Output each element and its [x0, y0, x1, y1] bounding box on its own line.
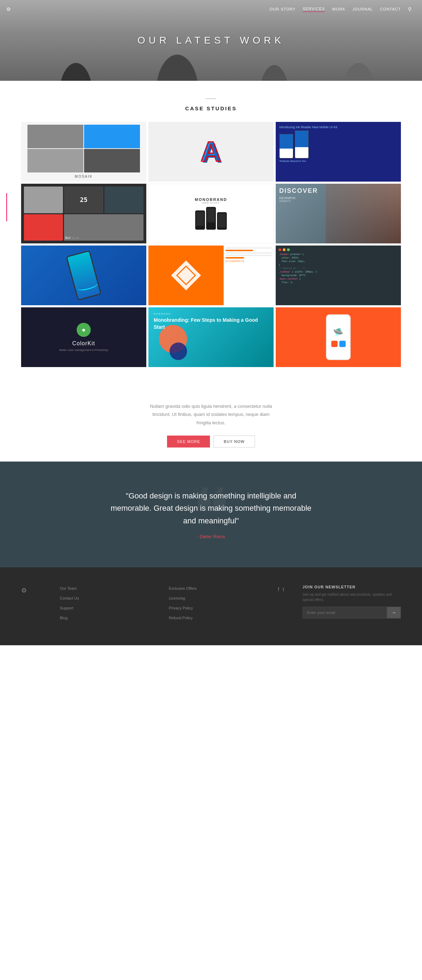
portfolio-item-phone-blue[interactable]: [21, 245, 146, 305]
portfolio-item-colorkit[interactable]: ● ColorKit Better color management in Ph…: [21, 307, 146, 367]
portfolio-item-mosaik[interactable]: MOSAIK: [21, 122, 146, 181]
footer-link-item: Exclusive Offers: [169, 585, 267, 591]
app-phone-mock: 🛸: [326, 314, 351, 360]
ink-subtitle: Tentacles Abound in Our: [279, 160, 397, 162]
footer-link-our-team[interactable]: Our Team: [60, 586, 77, 590]
newsletter-email-input[interactable]: [302, 607, 387, 619]
colorkit-subtitle: Better color management in Photoshop: [59, 348, 108, 352]
settings-icon[interactable]: ⚙: [6, 6, 11, 12]
code-line-4: }: [278, 263, 398, 266]
mono-phone-1: [195, 210, 205, 230]
code-line-9: flex: 1;: [278, 281, 398, 284]
cta-buttons: SEE MORE BUY NOW: [21, 436, 401, 447]
code-window-controls: [278, 248, 398, 251]
orange-ui-line-2: [225, 250, 253, 251]
portfolio-grid-row3: ECOMMERCE .header-planner { color: #333;…: [21, 245, 401, 305]
newsletter-form: →: [302, 607, 401, 619]
twitter-icon[interactable]: t: [283, 587, 284, 592]
code-line-6: .sidebar { width: 200px; }: [278, 270, 398, 273]
newsletter-title: JOIN OUR NEWSLETTER: [302, 585, 401, 589]
phone-screen-2: [295, 130, 309, 147]
da-cell-1: [24, 186, 63, 213]
article-title: Monobranding: Few Steps to Making a Good…: [153, 317, 269, 331]
monobrand-phones: [195, 207, 227, 230]
nav-journal[interactable]: JOURNAL: [352, 7, 373, 11]
portfolio-item-ink[interactable]: Introducing Ink Reader New Mobile UI Kit…: [276, 122, 401, 181]
portfolio-item-discover[interactable]: DISCOVER KEVINRYN ANDREYF: [276, 184, 401, 243]
letter-a-graphic: A: [201, 138, 221, 166]
phone-2: [295, 130, 309, 158]
footer-link-support[interactable]: Support: [60, 606, 74, 610]
divider-line: [206, 99, 216, 99]
facebook-icon[interactable]: f: [278, 587, 279, 592]
discover-sub: ANDREYF: [279, 200, 397, 202]
footer-link-privacy[interactable]: Privacy Policy: [169, 606, 193, 610]
sidebar-line: [6, 193, 7, 221]
portfolio-item-letter[interactable]: A: [149, 122, 273, 181]
footer-link-refund[interactable]: Refund Policy: [169, 616, 193, 620]
footer-links-2: Exclusive Offers Licencing Privacy Polic…: [169, 585, 267, 620]
mono-phone-2: [206, 207, 216, 230]
phone-wave: [77, 280, 99, 292]
search-icon[interactable]: ⚲: [408, 6, 411, 12]
code-line-7: background: #fff;: [278, 274, 398, 277]
portfolio-item-code[interactable]: .header-planner { color: #333; font-size…: [276, 245, 401, 305]
footer-link-contact[interactable]: Contact Us: [60, 596, 79, 600]
footer-link-item: Licencing: [169, 595, 267, 601]
newsletter-section: JOIN OUR NEWSLETTER Join up and get noti…: [302, 585, 401, 624]
quote-author: - Dieter Rams: [21, 534, 401, 539]
footer-col-1: Our Team Contact Us Support Blog: [60, 585, 158, 624]
footer-link-licencing[interactable]: Licencing: [169, 596, 185, 600]
footer: ⚙ Our Team Contact Us Support Blog: [0, 567, 422, 645]
see-more-button[interactable]: SEE MORE: [167, 436, 210, 447]
footer-link-item: Blog: [60, 614, 158, 620]
code-line-1: .header-planner {: [278, 253, 398, 256]
hero-section: OUR STORY SERVICES WORK JOURNAL CONTACT …: [0, 0, 422, 81]
portfolio-item-dark-apps[interactable]: 25 $10 12:15: [21, 184, 146, 243]
mono-phone-screen-3: [218, 213, 226, 228]
code-line-3: font-size: 14px;: [278, 260, 398, 263]
nav-work[interactable]: WORK: [332, 7, 345, 11]
portfolio-item-app-preview[interactable]: 🛸: [276, 307, 401, 367]
colorkit-title: ColorKit: [72, 340, 95, 347]
footer-link-item: Contact Us: [60, 595, 158, 601]
orange-ui-line-4: [225, 255, 272, 256]
discover-text: DISCOVER: [279, 187, 397, 195]
case-studies-section: CAREFULLY CRAFTED BY UNI TEAM CASE STUDI…: [0, 81, 422, 388]
code-line-5: /* Andrew Br... */: [278, 267, 398, 270]
footer-social-col: f t: [278, 585, 292, 624]
quote-text: "Good design is making something intelli…: [105, 490, 316, 527]
nav-our-story[interactable]: OUR STORY: [270, 7, 296, 11]
nav-services[interactable]: SERVICES: [303, 7, 325, 12]
article-tag: NOBRAND: [153, 313, 269, 315]
monobrand-sub: NEW STUFF: [202, 202, 220, 204]
newsletter-submit-button[interactable]: →: [387, 607, 401, 619]
da-price: $10: [65, 236, 70, 240]
phone-1: [279, 134, 293, 158]
portfolio-item-orange-diamond[interactable]: ECOMMERCE: [149, 245, 273, 305]
max-dot: [287, 248, 290, 251]
mosaik-logo: MOSAIK: [75, 172, 93, 179]
orange-diamond-left: [149, 245, 224, 305]
mono-phone-screen-1: [196, 212, 204, 226]
footer-link-exclusive[interactable]: Exclusive Offers: [169, 586, 197, 590]
footer-col-2: Exclusive Offers Licencing Privacy Polic…: [169, 585, 267, 624]
da-cell-4: [24, 214, 63, 241]
min-dot: [283, 248, 286, 251]
footer-top: ⚙ Our Team Contact Us Support Blog: [21, 585, 401, 624]
footer-link-blog[interactable]: Blog: [60, 616, 67, 620]
portfolio-grid-row2: 25 $10 12:15 MONOBRAND NEW STUFF: [21, 184, 401, 243]
nav-contact[interactable]: CONTACT: [380, 7, 401, 11]
ink-title: Introducing Ink Reader New Mobile UI Kit: [279, 126, 397, 129]
orange-ui-line-3: [225, 252, 272, 254]
footer-link-item: Privacy Policy: [169, 605, 267, 611]
portfolio-item-monobrand[interactable]: MONOBRAND NEW STUFF: [149, 184, 273, 243]
buy-now-button[interactable]: BUY NOW: [213, 436, 254, 447]
portfolio-item-article[interactable]: NOBRAND Monobranding: Few Steps to Makin…: [149, 307, 273, 367]
discover-name: KEVINRYN: [279, 196, 397, 200]
code-line-8: .main-content {: [278, 277, 398, 280]
app-ufo-icon: 🛸: [333, 328, 344, 337]
mono-phone-3: [217, 212, 227, 230]
footer-gear-icon[interactable]: ⚙: [21, 585, 49, 594]
portfolio-grid-row1: MOSAIK A Introducing Ink Reader New Mobi…: [21, 122, 401, 181]
